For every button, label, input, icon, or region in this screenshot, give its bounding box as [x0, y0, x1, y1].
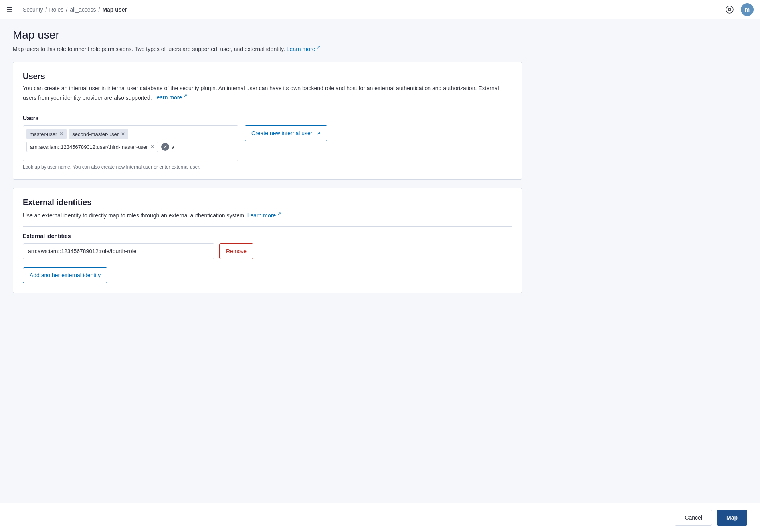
external-identities-card-title: External identities — [23, 198, 512, 207]
user-tag-master-user-remove[interactable]: ✕ — [59, 132, 63, 136]
external-identities-external-link-icon: ↗ — [277, 211, 281, 216]
users-row: master-user ✕ second-master-user ✕ arn:a… — [23, 125, 512, 161]
breadcrumb-current: Map user — [102, 6, 127, 13]
page-description: Map users to this role to inherit role p… — [13, 45, 522, 52]
breadcrumb-all-access[interactable]: all_access — [70, 6, 96, 13]
page-external-link-icon: ↗ — [317, 45, 320, 49]
user-tag-master-user-label: master-user — [30, 131, 57, 137]
users-card: Users You can create an internal user in… — [13, 62, 522, 180]
create-user-button[interactable]: Create new internal user ↗ — [245, 125, 327, 141]
page-learn-more-link[interactable]: Learn more ↗ — [287, 46, 320, 52]
user-tag-second-master-user: second-master-user ✕ — [69, 129, 128, 139]
avatar[interactable]: m — [741, 3, 754, 16]
add-external-identity-button[interactable]: Add another external identity — [23, 267, 107, 283]
user-tag-second-master-user-label: second-master-user — [72, 131, 119, 137]
user-tag-second-master-user-remove[interactable]: ✕ — [121, 132, 125, 136]
users-input-area[interactable]: master-user ✕ second-master-user ✕ arn:a… — [23, 125, 238, 161]
user-tag-arn-remove[interactable]: ✕ — [150, 144, 154, 149]
hamburger-icon[interactable]: ☰ — [6, 5, 13, 14]
svg-point-1 — [728, 8, 731, 11]
nav-right: m — [723, 3, 754, 16]
settings-icon[interactable] — [723, 3, 736, 16]
user-tag-master-user: master-user ✕ — [26, 129, 67, 139]
input-controls: ✕ ∨ — [161, 143, 175, 151]
clear-icon[interactable]: ✕ — [161, 143, 169, 151]
ext-identity-input[interactable] — [23, 243, 214, 259]
users-learn-more-link[interactable]: Learn more ↗ — [154, 94, 187, 100]
user-tag-arn-label: arn:aws:iam::123456789012:user/third-mas… — [30, 144, 148, 150]
external-identities-card: External identities Use an external iden… — [13, 188, 522, 293]
dropdown-icon[interactable]: ∨ — [171, 144, 175, 150]
remove-identity-button[interactable]: Remove — [219, 243, 253, 259]
users-card-title: Users — [23, 72, 512, 81]
external-identities-card-description: Use an external identity to directly map… — [23, 210, 512, 220]
users-card-divider — [23, 108, 512, 108]
top-nav: ☰ Security / Roles / all_access / Map us… — [0, 0, 760, 19]
user-tag-arn: arn:aws:iam::123456789012:user/third-mas… — [26, 142, 158, 152]
ext-identity-row: Remove — [23, 243, 512, 259]
users-external-link-icon: ↗ — [184, 93, 187, 98]
create-user-external-icon: ↗ — [316, 130, 321, 136]
external-identities-card-divider — [23, 226, 512, 227]
users-field-label: Users — [23, 115, 512, 121]
breadcrumb: Security / Roles / all_access / Map user — [23, 6, 127, 13]
arn-row: arn:aws:iam::123456789012:user/third-mas… — [26, 142, 235, 152]
users-hint: Look up by user name. You can also creat… — [23, 164, 512, 170]
breadcrumb-separator-1: / — [46, 6, 47, 13]
page-title: Map user — [13, 29, 522, 41]
main-content: Map user Map users to this role to inher… — [0, 19, 535, 311]
breadcrumb-separator-2: / — [66, 6, 67, 13]
external-identities-learn-more-link[interactable]: Learn more ↗ — [247, 212, 281, 219]
breadcrumb-roles[interactable]: Roles — [49, 6, 63, 13]
breadcrumb-separator-3: / — [99, 6, 100, 13]
create-user-button-label: Create new internal user — [251, 130, 313, 136]
breadcrumb-security[interactable]: Security — [23, 6, 43, 13]
nav-divider — [18, 5, 18, 14]
external-identities-field-label: External identities — [23, 233, 512, 239]
svg-point-0 — [726, 6, 733, 13]
users-card-description: You can create an internal user in inter… — [23, 84, 512, 102]
